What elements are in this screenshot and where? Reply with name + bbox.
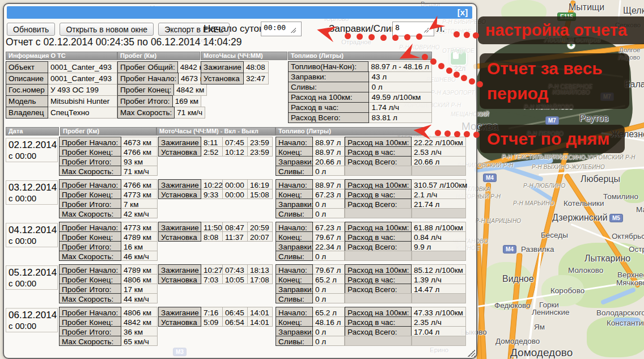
row-value: 61.88 л/100км [412,222,466,232]
time-value: 15:08 [248,189,273,199]
row-label: Пробег Итого: [59,156,121,166]
arrow-dot-icon [392,35,399,41]
map-label: Остров [629,245,644,254]
day-start-input[interactable]: 00:00 [261,22,302,36]
map-label: Р-Н ЛЮБЛИНО [523,183,565,189]
annotation-text: настройка отчета [485,16,644,44]
engine-hours-block: Зажигание8:1107:4523:59Установка2:5210:1… [158,137,273,157]
row-label: Пробег Конец: [59,189,121,199]
row-label: Пробег Конец: [59,316,121,327]
row-label: Конец: [276,231,313,242]
time-value: 20:07 [248,231,273,242]
row-label: Владелец [6,107,48,119]
fuel-row: Расход Всего:21.74 л [345,198,466,209]
row-label: Гос.номер [6,84,48,96]
row-value: 20.66 л [412,156,466,166]
row-value: 22.22 л/100км [412,137,466,147]
summary-row: Пробег Конец:4842 км [117,84,200,96]
table-row: 03.12.2014с 00:00Пробег Начало:4766 кмПр… [6,180,473,222]
time-value: 06:54 [223,316,248,327]
row-label: Расход в час: [345,316,412,327]
hours-row: Установка8:0811:3720:07 [158,231,273,242]
row-value: 2.1 л/ч [412,189,466,199]
map-label: Долгое [619,47,641,53]
map-label: Люберцы [581,174,620,184]
arrow-dot-icon [473,132,480,138]
fuel-row-empty [345,208,466,218]
map-canvas[interactable]: ВешкиМытищиЩелковоЕ115СерковоЛосиный ост… [0,0,644,359]
row-value: 14.47 л [412,284,466,294]
fuel-row: Расход Всего:17.04 л [345,326,466,336]
row-value: 4773 км [121,189,158,199]
row-label: Расход Всего: [345,198,412,209]
hours-row: Зажигание8:1107:4523:59 [158,137,273,147]
row-value: 0 л [369,82,432,92]
row-label: Пробег Общий: [117,61,178,73]
mileage-row: Пробег Начало:4806 км [59,307,158,317]
map-label: Беседы [541,231,568,239]
row-label: Расход в час: [345,231,412,242]
fuel-row: Сливы:0 л [276,166,345,176]
row-value: 22.34 л [313,241,345,251]
road-badge: М5 [609,214,623,222]
row-label: Заправки: [276,241,313,251]
summary-row: Установка32:47 [201,73,287,85]
date-value: 03.12.2014 [9,182,55,193]
row-label: Зажигание [158,179,201,189]
row-label: Пробег Начало: [59,264,121,274]
fuel-ops-input[interactable]: 8 [392,22,434,36]
empty-cell [345,293,412,303]
mileage-row: Max Скорость:65 км/ч [59,336,158,346]
fuel-left-block: Начало:67.23 лКонец:79.67 лЗаправки:22.3… [276,222,345,261]
row-label: Расход на 100км: [345,179,412,189]
row-label: Заправки: [276,284,313,294]
row-label: Расход в час: [288,102,369,113]
arrow-dot-icon [404,34,410,40]
map-label: Коробово [550,286,584,295]
row-label: Сливы: [276,208,313,218]
row-label: Пробег Конец: [117,84,174,96]
row-value: 0 л [313,326,345,336]
mileage-row: Пробег Итого:36 км [59,326,158,336]
row-value: Mitsubishi Hunter [48,95,117,107]
engine-hours-block: Зажигание10:2200:0016:19Установка9:3300:… [158,180,273,199]
row-label: Заправки: [288,71,369,82]
row-value: 4773 км [121,222,158,232]
window-resize-grip[interactable] [468,349,475,357]
toolbar-buttons: ОбновитьОткрыть в новом окнеЭкспорт в EX… [7,23,230,36]
window-titlebar[interactable]: [x] [7,6,472,19]
table-row: 02.12.2014с 00:00Пробег Начало:4673 кмПр… [6,137,473,180]
row-label: Модель [6,95,48,107]
engine-hours-block: Зажигание7:1606:4514:01Установка5:0906:5… [158,307,273,327]
daily-column-header: Дата [6,127,59,136]
fuel-row: Расход на 100км:310.57 л/100км [345,179,466,189]
refresh-button[interactable]: Обновить [7,23,55,36]
fuel-row: Расход в час:2.1 л/ч [345,189,466,199]
map-label: Ям [534,323,545,331]
map-label: Верхнее [617,271,644,279]
row-label: Расход в час: [345,274,412,284]
row-label: Объект [6,61,48,73]
close-icon[interactable]: [x] [455,7,470,18]
row-label: Расход на 100км: [345,307,412,317]
mileage-row: Пробег Начало:4673 км [59,137,158,147]
fuel-row-empty [345,166,466,176]
summary-row: Пробег Общий:4842 км [117,61,200,73]
arrow-dot-icon [477,81,483,87]
row-label: Конец: [276,316,313,327]
row-label: Сливы: [276,166,313,176]
fuel-row: Расход в час:1.39 л/ч [345,274,466,284]
summary-row: Пробег Итого:169 км [117,95,200,107]
row-label: Max Скорость: [59,251,121,261]
open-new-window-button[interactable]: Открыть в новом окне [60,23,154,36]
summary-row: Заправки:43 л [288,71,432,82]
fuel-row: Расход на 100км:22.22 л/100км [345,137,466,147]
fuel-row: Заправки:0 л [276,198,345,209]
row-value: 1.39 л/ч [412,274,466,284]
row-label: Заправки: [276,326,313,336]
date-cell: 03.12.2014с 00:00 [6,180,58,205]
summary-fuel: Топливо (Литры)Топливо(Нач-Кон):88.97 л … [288,52,432,123]
map-label: Развилка [521,245,554,254]
row-value: 42 км/ч [121,208,158,218]
date-from: с 00:00 [9,278,55,288]
